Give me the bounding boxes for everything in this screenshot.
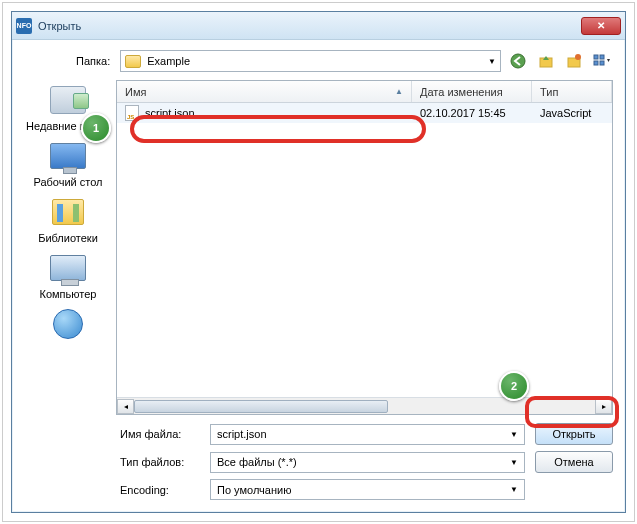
filetype-select[interactable]: Все файлы (*.*) ▼ [210,452,525,473]
filename-input[interactable]: script.json ▼ [210,424,525,445]
folder-row: Папка: Example ▼ [24,50,613,72]
chevron-down-icon: ▼ [488,57,496,66]
column-date[interactable]: Дата изменения [412,81,532,102]
file-row[interactable]: script.json 02.10.2017 15:45 JavaScript [117,103,612,123]
sort-asc-icon: ▲ [395,87,403,96]
filename-label: Имя файла: [120,428,200,440]
svg-point-3 [575,54,581,60]
bottom-controls: Имя файла: script.json ▼ Открыть Тип фай… [24,415,613,500]
horizontal-scrollbar[interactable]: ◂ ▸ [117,397,612,414]
place-computer[interactable]: Компьютер [40,250,97,300]
annotation-badge-2: 2 [499,371,529,401]
encoding-select[interactable]: По умолчанию ▼ [210,479,525,500]
folder-icon [125,55,141,68]
titlebar[interactable]: NFO Открыть ✕ [12,12,625,40]
folder-select[interactable]: Example ▼ [120,50,501,72]
svg-point-0 [511,54,525,68]
chevron-down-icon: ▼ [510,430,518,439]
window-title: Открыть [38,20,81,32]
svg-rect-7 [600,61,604,65]
scroll-thumb[interactable] [134,400,388,413]
column-name[interactable]: Имя▲ [117,81,412,102]
file-list: Имя▲ Дата изменения Тип script.json 02.1… [116,80,613,415]
back-button[interactable] [507,50,529,72]
place-libraries[interactable]: Библиотеки [38,194,98,244]
close-button[interactable]: ✕ [581,17,621,35]
chevron-down-icon: ▼ [510,458,518,467]
js-file-icon [125,105,139,121]
svg-rect-5 [600,55,604,59]
desktop-icon [50,143,86,169]
open-file-dialog: NFO Открыть ✕ Папка: Example ▼ Недавние … [11,11,626,513]
network-icon [53,309,83,339]
svg-rect-4 [594,55,598,59]
recent-places-icon [50,86,86,114]
place-desktop[interactable]: Рабочий стол [33,138,102,188]
annotation-badge-1: 1 [81,113,111,143]
scroll-right-icon[interactable]: ▸ [595,399,612,414]
encoding-label: Encoding: [120,484,200,496]
up-button[interactable] [535,50,557,72]
cancel-button[interactable]: Отмена [535,451,613,473]
column-type[interactable]: Тип [532,81,612,102]
new-folder-button[interactable] [563,50,585,72]
open-button[interactable]: Открыть [535,423,613,445]
chevron-down-icon: ▼ [510,485,518,494]
filetype-label: Тип файлов: [120,456,200,468]
app-icon: NFO [16,18,32,34]
computer-icon [50,255,86,281]
folder-name: Example [147,55,190,67]
svg-rect-6 [594,61,598,65]
folder-label: Папка: [76,55,110,67]
view-menu-button[interactable] [591,50,613,72]
place-network[interactable] [48,306,88,344]
scroll-left-icon[interactable]: ◂ [117,399,134,414]
list-header: Имя▲ Дата изменения Тип [117,81,612,103]
libraries-icon [52,199,84,225]
